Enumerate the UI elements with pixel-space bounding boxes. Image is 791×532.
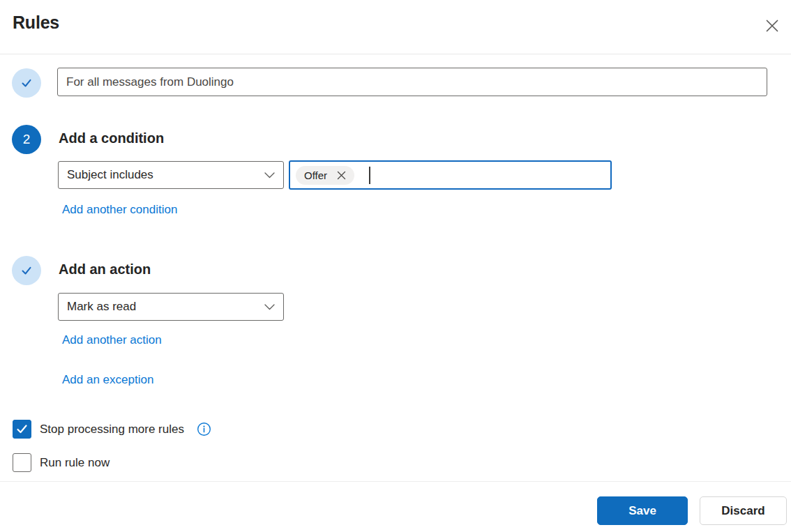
info-button[interactable] (197, 422, 211, 436)
remove-tag-button[interactable] (337, 171, 346, 180)
run-rule-now-row: Run rule now (13, 453, 110, 472)
action-type-value: Mark as read (67, 300, 264, 314)
run-rule-now-checkbox[interactable] (13, 453, 31, 472)
action-heading: Add an action (59, 261, 151, 278)
stop-processing-checkbox[interactable] (13, 420, 31, 439)
rules-dialog: Rules 2 Add a condition Subject includes… (0, 0, 791, 532)
dismiss-icon (337, 171, 346, 180)
stop-processing-row: Stop processing more rules (13, 420, 211, 439)
add-another-action-link[interactable]: Add another action (62, 333, 162, 347)
condition-tag-label: Offer (304, 169, 327, 181)
condition-heading: Add a condition (59, 130, 164, 146)
chevron-down-icon (264, 172, 275, 178)
checkmark-icon (19, 263, 34, 278)
check-icon (15, 423, 29, 436)
run-rule-now-label: Run rule now (40, 456, 110, 470)
step-name-complete-badge (12, 68, 41, 98)
footer-divider (0, 481, 791, 482)
condition-type-dropdown[interactable]: Subject includes (58, 161, 284, 189)
text-cursor (369, 167, 370, 184)
stop-processing-label: Stop processing more rules (40, 423, 184, 436)
close-icon (764, 17, 781, 34)
header-divider (0, 54, 791, 54)
info-icon (197, 422, 211, 436)
step-action-complete-badge (12, 256, 41, 285)
rule-name-input[interactable] (57, 68, 767, 96)
save-button[interactable]: Save (597, 496, 688, 525)
add-another-condition-link[interactable]: Add another condition (62, 203, 177, 217)
page-title: Rules (13, 13, 59, 33)
checkmark-icon (19, 75, 34, 91)
condition-type-value: Subject includes (67, 168, 264, 182)
close-button[interactable] (760, 14, 784, 38)
add-exception-link[interactable]: Add an exception (62, 373, 153, 387)
condition-value-input[interactable]: Offer (289, 160, 612, 190)
chevron-down-icon (264, 304, 275, 310)
step-condition-badge: 2 (12, 125, 41, 154)
condition-tag: Offer (296, 166, 354, 185)
action-type-dropdown[interactable]: Mark as read (58, 293, 284, 321)
step-number: 2 (23, 132, 31, 147)
discard-button[interactable]: Discard (700, 496, 787, 525)
